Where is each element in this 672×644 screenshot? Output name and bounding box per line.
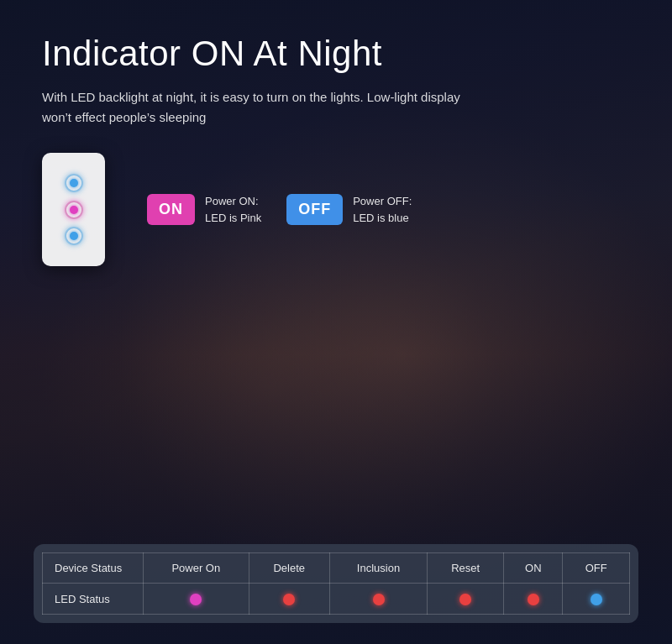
col-inclusion: Inclusion <box>329 553 427 584</box>
status-table-container: Device Status Power On Delete Inclusion … <box>34 544 638 623</box>
table-header-row: Device Status Power On Delete Inclusion … <box>43 553 630 584</box>
col-device-status: Device Status <box>43 553 144 584</box>
col-off: OFF <box>563 553 630 584</box>
led-delete <box>249 584 329 615</box>
led-top <box>65 174 83 192</box>
table-row: LED Status <box>43 584 630 615</box>
led-reset <box>428 584 504 615</box>
led-middle <box>65 201 83 219</box>
off-badge-text: Power OFF: LED is blue <box>353 193 412 226</box>
led-inclusion <box>329 584 427 615</box>
on-badge-item: ON Power ON: LED is Pink <box>147 193 261 226</box>
led-status-label: LED Status <box>43 584 144 615</box>
on-badge: ON <box>147 194 195 225</box>
demo-section: ON Power ON: LED is Pink OFF Power OFF: … <box>42 153 630 266</box>
on-badge-text: Power ON: LED is Pink <box>205 193 261 226</box>
col-delete: Delete <box>249 553 329 584</box>
badges-row: ON Power ON: LED is Pink OFF Power OFF: … <box>147 193 412 226</box>
status-table: Device Status Power On Delete Inclusion … <box>42 552 630 615</box>
off-badge: OFF <box>286 194 343 225</box>
led-on <box>504 584 563 615</box>
col-power-on: Power On <box>144 553 249 584</box>
led-bottom <box>65 227 83 245</box>
col-reset: Reset <box>428 553 504 584</box>
led-off <box>563 584 630 615</box>
page-title: Indicator ON At Night <box>42 34 630 74</box>
off-badge-item: OFF Power OFF: LED is blue <box>286 193 412 226</box>
col-on: ON <box>504 553 563 584</box>
led-power-on <box>144 584 249 615</box>
switch-device-image <box>42 153 105 266</box>
page-subtitle: With LED backlight at night, it is easy … <box>42 87 462 128</box>
